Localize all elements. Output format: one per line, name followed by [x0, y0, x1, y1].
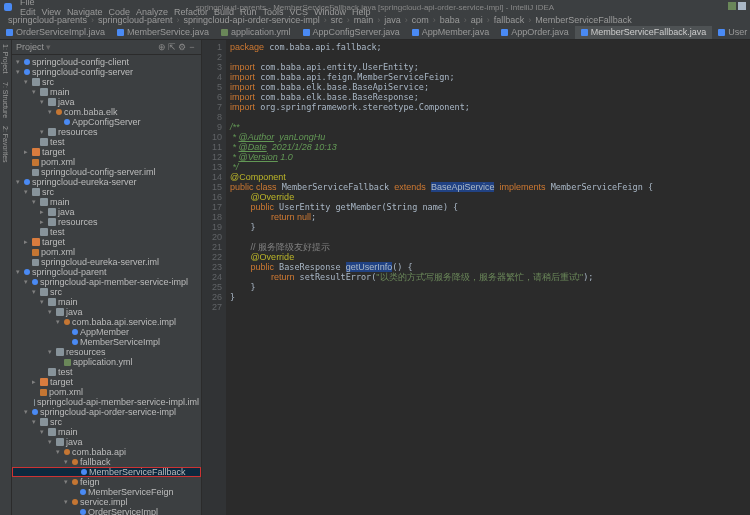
tree-item[interactable]: ▾java — [12, 437, 201, 447]
tree-arrow-icon[interactable]: ▸ — [24, 238, 32, 246]
tree-arrow-icon[interactable]: ▾ — [40, 128, 48, 136]
tree-item[interactable]: MemberServiceImpl — [12, 337, 201, 347]
tree-item[interactable]: ▾springcloud-api-member-service-impl — [12, 277, 201, 287]
breadcrumb-segment[interactable]: com — [412, 15, 429, 25]
hide-icon[interactable]: − — [187, 42, 197, 52]
tree-item[interactable]: pom.xml — [12, 157, 201, 167]
tree-item[interactable]: ▾com.baba.api.service.impl — [12, 317, 201, 327]
minimize-icon[interactable] — [738, 2, 746, 10]
tree-item[interactable]: test — [12, 137, 201, 147]
tree-arrow-icon[interactable]: ▾ — [48, 308, 56, 316]
tree-item[interactable]: ▸java — [12, 207, 201, 217]
tree-item[interactable]: ▸target — [12, 147, 201, 157]
settings-icon[interactable]: ⚙ — [177, 42, 187, 52]
tree-item[interactable]: ▾springcloud-config-server — [12, 67, 201, 77]
tab-AppOrder.java[interactable]: AppOrder.java — [495, 26, 575, 39]
tree-item[interactable]: ▸target — [12, 377, 201, 387]
tree-item[interactable]: AppMember — [12, 327, 201, 337]
tab-AppConfigServer.java[interactable]: AppConfigServer.java — [297, 26, 406, 39]
tree-item[interactable]: ▾com.baba.elk — [12, 107, 201, 117]
tool-tab[interactable]: 7: Structure — [2, 82, 9, 118]
tree-arrow-icon[interactable]: ▾ — [40, 298, 48, 306]
tree-item[interactable]: ▾main — [12, 297, 201, 307]
tree-arrow-icon[interactable]: ▾ — [32, 198, 40, 206]
tree-arrow-icon[interactable]: ▾ — [40, 98, 48, 106]
locate-icon[interactable]: ⊕ — [157, 42, 167, 52]
tree-item[interactable]: MemberServiceFeign — [12, 487, 201, 497]
tree-item[interactable]: springcloud-config-server.iml — [12, 167, 201, 177]
tree-arrow-icon[interactable]: ▾ — [48, 348, 56, 356]
tree-item[interactable]: ▾springcloud-api-order-service-impl — [12, 407, 201, 417]
tree-item[interactable]: test — [12, 367, 201, 377]
tree-item[interactable]: ▾main — [12, 87, 201, 97]
breadcrumb-segment[interactable]: springcloud-parents — [8, 15, 87, 25]
tab-MemberService.java[interactable]: MemberService.java — [111, 26, 215, 39]
breadcrumb-segment[interactable]: main — [354, 15, 374, 25]
tree-item[interactable]: ▾fallback — [12, 457, 201, 467]
tree-item[interactable]: ▾src — [12, 187, 201, 197]
tree-item[interactable]: ▾springcloud-eureka-server — [12, 177, 201, 187]
tree-item[interactable]: ▾java — [12, 307, 201, 317]
tree-item[interactable]: ▾src — [12, 287, 201, 297]
tree-item[interactable]: ▾com.baba.api — [12, 447, 201, 457]
code-area[interactable]: package com.baba.api.fallback; import co… — [226, 40, 750, 515]
breadcrumb-segment[interactable]: src — [331, 15, 343, 25]
project-tree[interactable]: ▾springcloud-config-client▾springcloud-c… — [12, 55, 201, 515]
tree-arrow-icon[interactable]: ▾ — [32, 88, 40, 96]
breadcrumb-segment[interactable]: springcloud-api-order-service-impl — [184, 15, 320, 25]
tree-item[interactable]: ▾main — [12, 427, 201, 437]
tab-User[interactable]: User — [712, 26, 750, 39]
tree-arrow-icon[interactable]: ▾ — [24, 78, 32, 86]
tree-arrow-icon[interactable]: ▾ — [24, 408, 32, 416]
tree-arrow-icon[interactable]: ▾ — [40, 428, 48, 436]
tree-item[interactable]: ▸target — [12, 237, 201, 247]
tree-item[interactable]: ▸resources — [12, 217, 201, 227]
tree-item[interactable]: springcloud-api-member-service-impl.iml — [12, 397, 201, 407]
tab-OrderServiceImpl.java[interactable]: OrderServiceImpl.java — [0, 26, 111, 39]
tree-item[interactable]: ▾main — [12, 197, 201, 207]
breadcrumb-segment[interactable]: fallback — [494, 15, 525, 25]
tree-arrow-icon[interactable]: ▾ — [64, 478, 72, 486]
tree-item[interactable]: ▾springcloud-parent — [12, 267, 201, 277]
tree-item[interactable]: ▾src — [12, 417, 201, 427]
tree-item[interactable]: test — [12, 227, 201, 237]
tool-tab[interactable]: 1: Project — [2, 44, 9, 74]
tab-AppMember.java[interactable]: AppMember.java — [406, 26, 496, 39]
tree-item[interactable]: ▾springcloud-config-client — [12, 57, 201, 67]
tree-item[interactable]: ▾src — [12, 77, 201, 87]
tree-arrow-icon[interactable]: ▾ — [24, 188, 32, 196]
tab-MemberServiceFallback.java[interactable]: MemberServiceFallback.java — [575, 26, 713, 39]
tree-arrow-icon[interactable]: ▸ — [32, 378, 40, 386]
tree-arrow-icon[interactable]: ▾ — [16, 178, 24, 186]
breadcrumb-segment[interactable]: MemberServiceFallback — [535, 15, 632, 25]
tree-item[interactable]: ▾java — [12, 97, 201, 107]
tree-arrow-icon[interactable]: ▾ — [32, 288, 40, 296]
tree-arrow-icon[interactable]: ▾ — [64, 498, 72, 506]
tree-item[interactable]: application.yml — [12, 357, 201, 367]
tree-item[interactable]: ▾service.impl — [12, 497, 201, 507]
tab-application.yml[interactable]: application.yml — [215, 26, 297, 39]
tree-item[interactable]: MemberServiceFallback — [12, 467, 201, 477]
tree-arrow-icon[interactable]: ▸ — [24, 148, 32, 156]
tree-arrow-icon[interactable]: ▾ — [16, 268, 24, 276]
user-icon[interactable] — [728, 2, 736, 10]
tree-item[interactable]: springcloud-eureka-server.iml — [12, 257, 201, 267]
breadcrumb-segment[interactable]: springcloud-parent — [98, 15, 173, 25]
code-editor[interactable]: 1234567891011121314151617181920212223242… — [202, 40, 750, 515]
tree-item[interactable]: pom.xml — [12, 247, 201, 257]
tree-arrow-icon[interactable]: ▾ — [56, 318, 64, 326]
tree-arrow-icon[interactable]: ▾ — [48, 108, 56, 116]
breadcrumb-segment[interactable]: api — [471, 15, 483, 25]
tree-item[interactable]: ▾resources — [12, 127, 201, 137]
breadcrumb-segment[interactable]: baba — [440, 15, 460, 25]
tree-arrow-icon[interactable]: ▾ — [16, 58, 24, 66]
breadcrumb-segment[interactable]: java — [384, 15, 401, 25]
tree-item[interactable]: ▾feign — [12, 477, 201, 487]
tree-arrow-icon[interactable]: ▸ — [40, 208, 48, 216]
tree-arrow-icon[interactable]: ▾ — [16, 68, 24, 76]
tree-arrow-icon[interactable]: ▸ — [40, 218, 48, 226]
tree-item[interactable]: AppConfigServer — [12, 117, 201, 127]
tree-arrow-icon[interactable]: ▾ — [56, 448, 64, 456]
tree-arrow-icon[interactable]: ▾ — [24, 278, 32, 286]
tree-arrow-icon[interactable]: ▾ — [32, 418, 40, 426]
